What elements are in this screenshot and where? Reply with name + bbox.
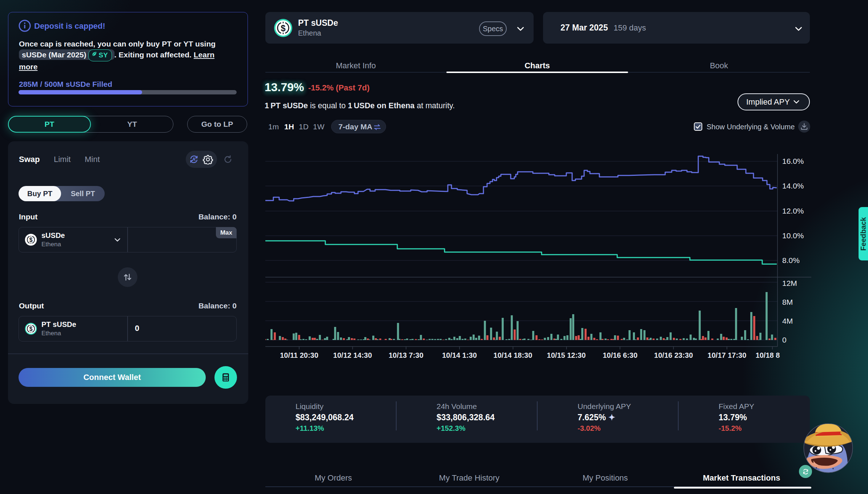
svg-text:10/16 6:30: 10/16 6:30: [603, 351, 638, 359]
svg-text:$: $: [29, 326, 33, 332]
svg-text:10/11 20:30: 10/11 20:30: [280, 351, 318, 359]
svg-text:10/15 12:30: 10/15 12:30: [547, 351, 586, 359]
svg-text:16.0%: 16.0%: [782, 157, 804, 165]
svg-text:10/14 1:30: 10/14 1:30: [442, 351, 477, 359]
svg-text:10/17 17:30: 10/17 17:30: [708, 351, 747, 359]
svg-text:$: $: [29, 237, 33, 243]
svg-text:10/12 14:30: 10/12 14:30: [333, 351, 372, 359]
svg-text:4M: 4M: [782, 317, 793, 325]
svg-text:8.0%: 8.0%: [782, 256, 800, 264]
svg-text:10.0%: 10.0%: [782, 231, 804, 240]
svg-text:12M: 12M: [782, 279, 797, 287]
svg-text:A: A: [192, 157, 196, 162]
svg-text:14.0%: 14.0%: [782, 182, 804, 190]
svg-text:8M: 8M: [782, 298, 793, 306]
svg-text:10/14 18:30: 10/14 18:30: [494, 351, 533, 359]
svg-text:10/18 8: 10/18 8: [756, 351, 780, 359]
svg-text:10/13 7:30: 10/13 7:30: [389, 351, 423, 359]
svg-text:10/16 23:30: 10/16 23:30: [654, 351, 693, 359]
svg-text:0: 0: [782, 336, 787, 344]
svg-text:12.0%: 12.0%: [782, 207, 804, 215]
svg-text:$: $: [281, 23, 285, 33]
